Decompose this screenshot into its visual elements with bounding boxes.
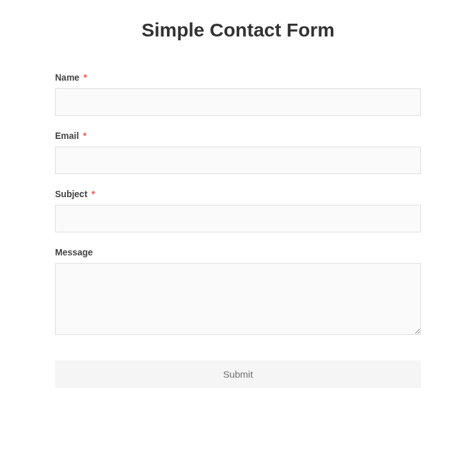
email-label-row: Email * (55, 130, 421, 141)
subject-label: Subject (55, 189, 88, 199)
email-field-group: Email * (55, 130, 421, 174)
subject-input[interactable] (55, 205, 421, 232)
email-required-marker: * (83, 131, 86, 141)
subject-field-group: Subject * (55, 188, 421, 232)
page-title: Simple Contact Form (55, 19, 421, 41)
email-input[interactable] (55, 147, 421, 174)
contact-form: Name * Email * Subject * Message (55, 72, 421, 388)
name-label: Name (55, 72, 79, 83)
email-label: Email (55, 131, 79, 141)
contact-form-container: Simple Contact Form Name * Email * Subje… (0, 0, 476, 407)
name-field-group: Name * (55, 72, 421, 116)
message-label-row: Message (55, 246, 421, 258)
name-required-marker: * (84, 72, 87, 83)
name-label-row: Name * (55, 72, 421, 83)
name-input[interactable] (55, 88, 421, 116)
subject-required-marker: * (91, 189, 95, 199)
subject-label-row: Subject * (55, 188, 421, 200)
message-field-group: Message (55, 246, 421, 337)
message-textarea[interactable] (55, 263, 421, 335)
message-label: Message (55, 247, 93, 257)
submit-button[interactable]: Submit (55, 360, 421, 388)
